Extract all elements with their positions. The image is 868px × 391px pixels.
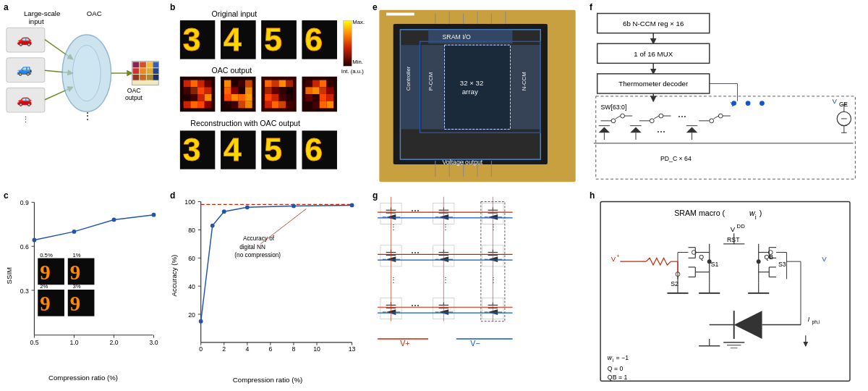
svg-point-346 (757, 259, 761, 264)
svg-text:🚗: 🚗 (17, 31, 33, 47)
svg-text:output: output (125, 94, 143, 101)
svg-rect-62 (205, 101, 212, 109)
svg-rect-83 (279, 80, 286, 88)
panel-c: c 0.9 0.6 0.3 0.5 1.0 2.0 (0, 188, 166, 391)
svg-rect-73 (231, 94, 239, 101)
svg-rect-19 (147, 62, 153, 68)
svg-text:6: 6 (305, 22, 323, 57)
svg-text:Compression ratio (%): Compression ratio (%) (233, 376, 303, 384)
panel-d: d 100 80 60 40 20 0 (166, 188, 369, 391)
panel-g-label: g (373, 190, 378, 201)
svg-text:Voltage output: Voltage output (443, 159, 483, 166)
svg-rect-113 (326, 101, 333, 109)
svg-text:🚗: 🚗 (17, 91, 33, 107)
svg-rect-111 (312, 101, 320, 109)
svg-rect-71 (245, 87, 252, 94)
svg-text:6: 6 (305, 132, 323, 167)
svg-rect-77 (231, 101, 239, 109)
panel-d-diagram: 100 80 60 40 20 0 2 4 6 8 (169, 191, 366, 388)
svg-text:V: V (731, 225, 736, 233)
svg-text:OAC output: OAC output (211, 66, 252, 75)
svg-rect-28 (153, 75, 159, 80)
svg-point-165 (621, 114, 625, 118)
svg-line-175 (714, 116, 719, 119)
svg-rect-92 (286, 94, 293, 101)
svg-line-164 (616, 116, 621, 119)
svg-text:OAC: OAC (87, 9, 102, 17)
svg-rect-75 (245, 94, 252, 101)
svg-rect-101 (326, 80, 333, 88)
svg-rect-58 (205, 94, 212, 101)
panel-c-label: c (4, 190, 9, 201)
svg-text:0.5%: 0.5% (40, 252, 53, 258)
svg-rect-160 (596, 96, 856, 179)
svg-text:1%: 1% (73, 252, 81, 258)
svg-point-170 (659, 114, 663, 118)
svg-rect-308 (600, 202, 850, 382)
svg-text:4: 4 (224, 22, 242, 57)
svg-rect-64 (224, 80, 231, 88)
svg-rect-17 (133, 62, 140, 68)
svg-rect-103 (312, 87, 320, 94)
svg-rect-25 (133, 75, 140, 80)
svg-point-174 (710, 119, 714, 123)
svg-rect-59 (184, 101, 191, 109)
svg-rect-22 (140, 68, 146, 74)
svg-point-224 (152, 213, 156, 217)
svg-rect-108 (320, 94, 327, 101)
svg-rect-49 (197, 80, 205, 88)
panel-b-diagram: Original input Max. Min. Int. (a.u.) (169, 3, 366, 185)
svg-rect-68 (224, 87, 231, 94)
panel-g-diagram: ⋯ ⋯ ⋮ ⋮ ⋮ ⋮ ⋮ ⋮ ⋯ (372, 191, 583, 388)
svg-rect-57 (197, 94, 205, 101)
panel-e-diagram: SRAM I/O Controller P-CCM 32 × 32 array … (372, 3, 583, 185)
svg-rect-60 (190, 101, 197, 109)
svg-rect-24 (153, 68, 159, 74)
svg-text:(no compression): (no compression) (234, 252, 281, 258)
panel-d-label: d (170, 190, 175, 201)
svg-rect-86 (272, 87, 279, 94)
svg-text:digital NN: digital NN (239, 244, 265, 251)
svg-rect-124 (386, 13, 414, 16)
svg-point-176 (718, 114, 723, 118)
svg-text:⋮: ⋮ (490, 223, 497, 231)
svg-text:0.6: 0.6 (20, 243, 29, 251)
svg-rect-72 (224, 94, 231, 101)
panel-h-label: h (590, 190, 595, 201)
svg-text:9: 9 (70, 292, 80, 315)
panel-b-label: b (170, 2, 175, 12)
svg-point-163 (611, 119, 616, 123)
svg-text:V: V (832, 97, 837, 105)
svg-marker-186 (599, 127, 610, 133)
svg-text:🚙: 🚙 (17, 61, 33, 77)
svg-text:0.9: 0.9 (20, 199, 29, 206)
svg-rect-66 (238, 80, 245, 88)
svg-text:3%: 3% (73, 283, 81, 290)
svg-text:RST: RST (727, 236, 740, 243)
svg-text:array: array (462, 88, 478, 96)
svg-point-267 (210, 224, 215, 228)
svg-text:100: 100 (184, 198, 195, 206)
svg-text:⋮: ⋮ (490, 276, 497, 284)
svg-rect-26 (140, 75, 146, 80)
svg-text:9: 9 (40, 292, 50, 315)
svg-text:4: 4 (224, 132, 242, 167)
svg-rect-55 (184, 94, 191, 101)
svg-text:Large-scale: Large-scale (24, 9, 60, 17)
svg-text:S3: S3 (778, 261, 786, 268)
svg-rect-91 (279, 94, 286, 101)
svg-text:input: input (29, 17, 44, 25)
svg-rect-88 (286, 87, 293, 94)
svg-line-169 (654, 116, 659, 119)
svg-text:0.5: 0.5 (30, 339, 38, 346)
svg-point-223 (112, 218, 116, 222)
svg-rect-67 (245, 80, 252, 88)
svg-rect-89 (265, 94, 272, 101)
svg-text:2%: 2% (40, 283, 48, 290)
svg-marker-189 (630, 127, 642, 133)
svg-text:SRAM I/O: SRAM I/O (443, 33, 471, 41)
panel-a-label: a (4, 2, 9, 12)
svg-rect-81 (265, 80, 272, 88)
svg-rect-48 (190, 80, 197, 88)
svg-point-266 (199, 319, 203, 324)
